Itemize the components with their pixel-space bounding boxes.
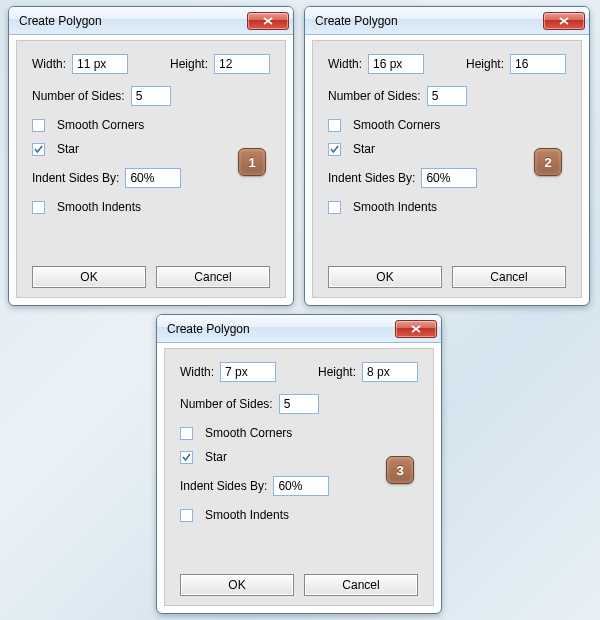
sides-input[interactable]: [279, 394, 319, 414]
step-badge: 1: [238, 148, 266, 176]
star-label: Star: [205, 450, 227, 464]
height-input[interactable]: [362, 362, 418, 382]
indent-label: Indent Sides By:: [328, 171, 415, 185]
titlebar[interactable]: Create Polygon: [157, 315, 441, 343]
dialog-title: Create Polygon: [19, 14, 247, 28]
smooth-corners-label: Smooth Corners: [205, 426, 292, 440]
indent-input[interactable]: [125, 168, 181, 188]
titlebar[interactable]: Create Polygon: [9, 7, 293, 35]
ok-button[interactable]: OK: [32, 266, 146, 288]
ok-button[interactable]: OK: [180, 574, 294, 596]
indent-input[interactable]: [421, 168, 477, 188]
height-label: Height:: [466, 57, 504, 71]
cancel-button[interactable]: Cancel: [156, 266, 270, 288]
width-input[interactable]: [72, 54, 128, 74]
sides-label: Number of Sides:: [328, 89, 421, 103]
close-icon: [263, 17, 273, 25]
create-polygon-dialog-1: Create Polygon Width: Height: Number of …: [8, 6, 294, 306]
height-input[interactable]: [510, 54, 566, 74]
check-icon: [181, 452, 192, 463]
dialog-body: Width: Height: Number of Sides: Smooth C…: [163, 347, 435, 607]
smooth-corners-checkbox[interactable]: [328, 119, 341, 132]
smooth-indents-checkbox[interactable]: [328, 201, 341, 214]
check-icon: [33, 144, 44, 155]
smooth-indents-label: Smooth Indents: [205, 508, 289, 522]
close-icon: [411, 325, 421, 333]
height-label: Height:: [170, 57, 208, 71]
indent-input[interactable]: [273, 476, 329, 496]
height-label: Height:: [318, 365, 356, 379]
smooth-indents-checkbox[interactable]: [180, 509, 193, 522]
width-label: Width:: [32, 57, 66, 71]
smooth-indents-label: Smooth Indents: [353, 200, 437, 214]
sides-label: Number of Sides:: [32, 89, 125, 103]
cancel-button[interactable]: Cancel: [452, 266, 566, 288]
smooth-corners-label: Smooth Corners: [57, 118, 144, 132]
sides-label: Number of Sides:: [180, 397, 273, 411]
check-icon: [329, 144, 340, 155]
width-label: Width:: [180, 365, 214, 379]
indent-label: Indent Sides By:: [180, 479, 267, 493]
star-label: Star: [57, 142, 79, 156]
dialog-body: Width: Height: Number of Sides: Smooth C…: [311, 39, 583, 299]
star-label: Star: [353, 142, 375, 156]
create-polygon-dialog-3: Create Polygon Width: Height: Number of …: [156, 314, 442, 614]
dialog-title: Create Polygon: [315, 14, 543, 28]
ok-button[interactable]: OK: [328, 266, 442, 288]
close-icon: [559, 17, 569, 25]
indent-label: Indent Sides By:: [32, 171, 119, 185]
smooth-indents-checkbox[interactable]: [32, 201, 45, 214]
step-badge: 3: [386, 456, 414, 484]
smooth-indents-label: Smooth Indents: [57, 200, 141, 214]
star-checkbox[interactable]: [180, 451, 193, 464]
sides-input[interactable]: [427, 86, 467, 106]
close-button[interactable]: [543, 12, 585, 30]
smooth-corners-checkbox[interactable]: [180, 427, 193, 440]
width-label: Width:: [328, 57, 362, 71]
smooth-corners-label: Smooth Corners: [353, 118, 440, 132]
star-checkbox[interactable]: [328, 143, 341, 156]
width-input[interactable]: [220, 362, 276, 382]
close-button[interactable]: [395, 320, 437, 338]
width-input[interactable]: [368, 54, 424, 74]
star-checkbox[interactable]: [32, 143, 45, 156]
step-badge: 2: [534, 148, 562, 176]
cancel-button[interactable]: Cancel: [304, 574, 418, 596]
close-button[interactable]: [247, 12, 289, 30]
smooth-corners-checkbox[interactable]: [32, 119, 45, 132]
titlebar[interactable]: Create Polygon: [305, 7, 589, 35]
height-input[interactable]: [214, 54, 270, 74]
dialog-body: Width: Height: Number of Sides: Smooth C…: [15, 39, 287, 299]
create-polygon-dialog-2: Create Polygon Width: Height: Number of …: [304, 6, 590, 306]
sides-input[interactable]: [131, 86, 171, 106]
dialog-title: Create Polygon: [167, 322, 395, 336]
